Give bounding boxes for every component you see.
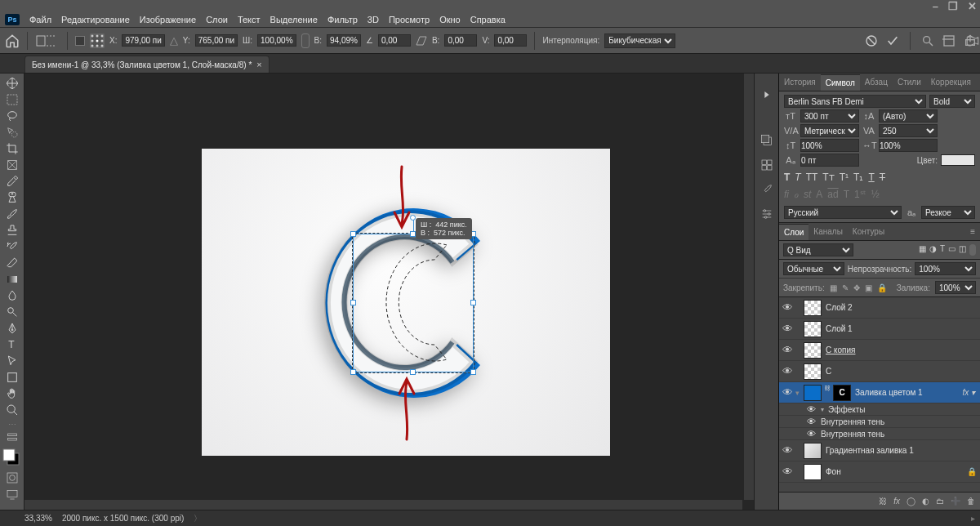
tab-history[interactable]: История xyxy=(779,74,821,90)
color-swatches[interactable] xyxy=(2,448,22,470)
canvas-area[interactable]: Ш : 442 пикс. В : 572 пикс. xyxy=(24,74,754,510)
menu-text[interactable]: Текст xyxy=(238,15,261,25)
tab-layers[interactable]: Слои xyxy=(779,224,808,240)
edit-toolbar[interactable] xyxy=(2,429,23,445)
lock-pixels-icon[interactable]: ✎ xyxy=(842,283,849,292)
v-scrollbar[interactable] xyxy=(744,74,754,500)
visibility-icon[interactable]: 👁 xyxy=(779,444,795,457)
bold-button[interactable]: T xyxy=(784,172,790,183)
lock-artboard-icon[interactable]: ▣ xyxy=(865,283,872,292)
history-brush-tool[interactable] xyxy=(2,238,23,255)
hand-tool[interactable] xyxy=(2,386,23,402)
interpolation-select[interactable]: Бикубическая xyxy=(604,33,675,48)
hscale-input[interactable] xyxy=(879,139,938,152)
cancel-transform-icon[interactable] xyxy=(865,34,878,47)
status-expand-icon[interactable]: ▸ xyxy=(971,514,975,523)
tab-character[interactable]: Символ xyxy=(821,74,860,91)
filter-toggle[interactable] xyxy=(969,244,976,256)
share-icon[interactable] xyxy=(964,34,977,47)
fx-header[interactable]: 👁▾Эффекты xyxy=(779,403,980,416)
angle-input[interactable]: 0,00 xyxy=(378,34,411,47)
filter-smart-icon[interactable]: ◫ xyxy=(959,244,966,256)
search-icon[interactable] xyxy=(921,34,934,47)
layer-row[interactable]: 👁Слой 1 xyxy=(779,319,980,340)
blur-tool[interactable] xyxy=(2,288,23,304)
layer-row[interactable]: 👁С копия xyxy=(779,340,980,361)
pen-tool[interactable] xyxy=(2,320,23,337)
strikethrough-button[interactable]: T xyxy=(880,172,885,183)
zoom-readout[interactable]: 33,33% xyxy=(24,514,52,523)
maximize-button[interactable]: ❐ xyxy=(948,0,958,12)
menu-select[interactable]: Выделение xyxy=(270,15,318,25)
crop-tool[interactable] xyxy=(2,140,23,157)
dodge-tool[interactable] xyxy=(2,304,23,320)
menu-view[interactable]: Просмотр xyxy=(389,15,430,25)
document-tab[interactable]: Без имени-1 @ 33,3% (Заливка цветом 1, С… xyxy=(24,56,270,73)
h-scrollbar[interactable] xyxy=(24,500,742,510)
x-input[interactable]: 979,00 пи xyxy=(122,34,164,47)
menu-file[interactable]: Файл xyxy=(29,15,51,25)
fx-icon[interactable]: fx xyxy=(893,497,900,506)
visibility-icon[interactable]: 👁 xyxy=(779,365,795,377)
chevron-down-icon[interactable]: ▾ xyxy=(795,389,804,397)
y-input[interactable]: 765,00 пи xyxy=(195,34,238,47)
allcaps-button[interactable]: TT xyxy=(806,172,818,183)
filter-adjust-icon[interactable]: ◑ xyxy=(929,244,937,256)
fx-item[interactable]: 👁Внутренняя тень xyxy=(779,416,980,428)
healing-tool[interactable] xyxy=(2,189,23,206)
layer-row[interactable]: 👁Фон🔒 xyxy=(779,461,980,483)
menu-edit[interactable]: Редактирование xyxy=(61,15,130,25)
leading-select[interactable]: (Авто) xyxy=(879,109,938,123)
font-size-select[interactable]: 300 пт xyxy=(800,109,859,123)
transform-tool-icon[interactable] xyxy=(35,33,60,48)
doc-info[interactable]: 2000 пикс. x 1500 пикс. (300 ppi) xyxy=(62,514,184,523)
swatches-panel-icon[interactable] xyxy=(760,158,773,172)
type-tool[interactable]: T xyxy=(2,337,23,353)
expand-panel-icon[interactable] xyxy=(760,88,773,101)
home-icon[interactable] xyxy=(5,33,20,48)
skewv-input[interactable]: 0,00 xyxy=(494,34,527,47)
font-family-select[interactable]: Berlin Sans FB Demi xyxy=(784,95,926,108)
tab-paragraph[interactable]: Абзац xyxy=(860,74,893,90)
text-color-swatch[interactable] xyxy=(941,154,975,166)
visibility-icon[interactable]: 👁 xyxy=(779,323,795,335)
brush-tool[interactable] xyxy=(2,206,23,222)
visibility-icon[interactable]: 👁 xyxy=(779,344,795,356)
frame-tool[interactable] xyxy=(2,157,23,173)
lock-transparency-icon[interactable]: ▦ xyxy=(830,283,837,292)
tab-styles[interactable]: Стили xyxy=(893,74,926,90)
stamp-tool[interactable] xyxy=(2,222,23,238)
panel-menu-icon[interactable]: ≡ xyxy=(976,78,980,87)
superscript-button[interactable]: T¹ xyxy=(840,172,849,183)
blend-mode-select[interactable]: Обычные xyxy=(783,262,844,275)
delta-icon[interactable]: △ xyxy=(170,34,178,47)
color-panel-icon[interactable] xyxy=(760,134,773,147)
brushes-panel-icon[interactable] xyxy=(760,183,773,196)
marquee-tool[interactable] xyxy=(2,91,23,108)
fx-badge[interactable]: fx ▾ xyxy=(962,388,975,397)
vscale-input[interactable] xyxy=(800,139,859,152)
close-button[interactable]: ✕ xyxy=(968,0,977,12)
menu-3d[interactable]: 3D xyxy=(368,15,379,25)
filter-shape-icon[interactable]: ▭ xyxy=(948,244,956,256)
shape-tool[interactable] xyxy=(2,369,23,386)
menu-help[interactable]: Справка xyxy=(470,15,506,25)
menu-image[interactable]: Изображение xyxy=(140,15,196,25)
baseline-input[interactable] xyxy=(800,154,859,167)
menu-filter[interactable]: Фильтр xyxy=(327,15,358,25)
layer-row[interactable]: 👁C xyxy=(779,361,980,382)
font-style-select[interactable]: Bold xyxy=(929,95,975,108)
eraser-tool[interactable] xyxy=(2,255,23,271)
h-input[interactable]: 94,09% xyxy=(327,34,361,47)
opacity-select[interactable]: 100% xyxy=(915,262,976,275)
fill-select[interactable]: 100% xyxy=(935,281,976,294)
lock-position-icon[interactable]: ✥ xyxy=(853,283,860,292)
path-select-tool[interactable] xyxy=(2,353,23,369)
visibility-icon[interactable]: 👁 xyxy=(779,466,795,478)
underline-button[interactable]: T xyxy=(868,172,874,183)
fx-item[interactable]: 👁Внутренняя тень xyxy=(779,428,980,440)
layers-panel-menu-icon[interactable]: ≡ xyxy=(965,227,980,236)
mask-icon[interactable]: ◯ xyxy=(906,497,915,506)
screenmode-tool[interactable] xyxy=(2,486,23,502)
tab-channels[interactable]: Каналы xyxy=(808,224,848,239)
